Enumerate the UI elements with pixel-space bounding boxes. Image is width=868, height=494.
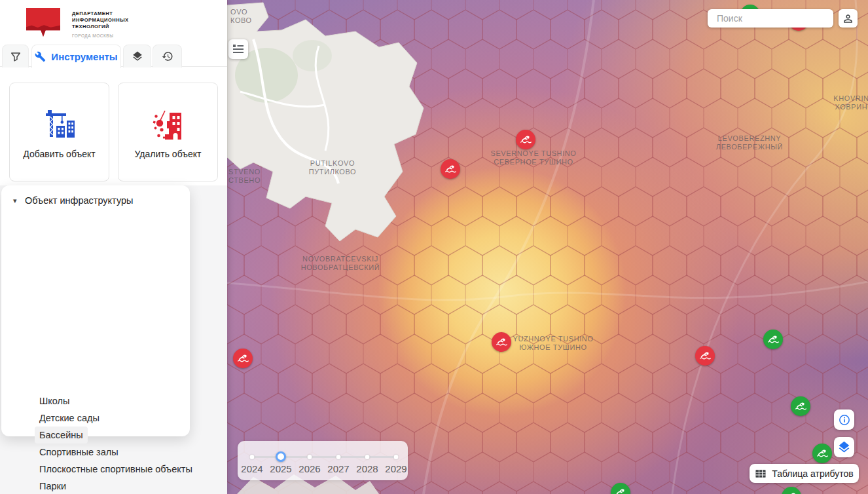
caret-down-icon: ▾: [13, 197, 17, 205]
timeline-year[interactable]: 2024: [238, 463, 266, 474]
tree-root-infrastructure[interactable]: ▾ Объект инфраструктуры: [1, 192, 190, 209]
map-area-label: KHOVRINOХОВРИНО: [833, 94, 868, 111]
pool-marker-green[interactable]: [763, 330, 783, 349]
pool-marker-red[interactable]: [492, 332, 511, 352]
crane-building-icon: [42, 107, 77, 145]
tree-item-schools[interactable]: Школы: [39, 392, 69, 409]
map-area-label: NOVOBRATCEVSKIJНОВОБРАТЦЕВСКИЙ: [301, 255, 380, 272]
swimmer-icon: [786, 491, 798, 494]
timeline-year[interactable]: 2026: [295, 463, 324, 474]
layers-icon: [132, 50, 143, 62]
tab-layers[interactable]: [123, 45, 151, 67]
app-window: OVOКОВО PUTILKOVOПУТИЛКОВО SEVERNOYE TUS…: [0, 0, 868, 494]
left-sidebar: ДЕПАРТАМЕНТ ИНФОРМАЦИОННЫХ ТЕХНОЛОГИЙ ГО…: [0, 0, 227, 494]
tree-item-kindergartens[interactable]: Детские сады: [39, 409, 99, 427]
timeline-dot[interactable]: [365, 455, 370, 459]
user-profile-button[interactable]: [839, 9, 858, 28]
timeline-year[interactable]: 2025: [266, 463, 295, 474]
timeline-dot[interactable]: [336, 455, 341, 459]
pool-marker-green[interactable]: [812, 444, 832, 463]
infrastructure-tree-panel: ▾ Объект инфраструктуры Школы Детские са…: [1, 185, 190, 436]
timeline-year[interactable]: 2027: [324, 463, 353, 474]
info-button[interactable]: [834, 409, 854, 430]
map-area-label: STVENOСТВЕНО: [228, 168, 261, 185]
tree-item-pools[interactable]: Бассейны: [35, 427, 88, 444]
demolition-building-icon: [151, 107, 186, 145]
tree-root-label: Объект инфраструктуры: [25, 195, 134, 206]
tab-tools[interactable]: Инструменты: [31, 45, 121, 68]
swimmer-icon: [795, 400, 807, 413]
map-area-label: PUTILKOVOПУТИЛКОВО: [309, 159, 357, 176]
swimmer-icon: [767, 333, 780, 346]
timeline-handle[interactable]: [276, 451, 286, 462]
attributes-table-label: Таблица атрибутов: [772, 468, 853, 479]
tree-item-flat-sports[interactable]: Плоскостные спортивные объекты: [39, 461, 192, 478]
add-object-button[interactable]: Добавить объект: [9, 83, 109, 181]
swimmer-icon: [816, 447, 829, 460]
remove-object-button[interactable]: Удалить объект: [118, 83, 218, 181]
department-logo: ДЕПАРТАМЕНТ ИНФОРМАЦИОННЫХ ТЕХНОЛОГИЙ ГО…: [26, 8, 129, 38]
map-canvas[interactable]: OVOКОВО PUTILKOVOПУТИЛКОВО SEVERNOYE TUS…: [227, 0, 868, 494]
timeline-dot[interactable]: [250, 455, 255, 459]
timeline-dot[interactable]: [394, 455, 399, 459]
funnel-icon: [10, 50, 22, 62]
timeline-dot[interactable]: [308, 455, 312, 459]
tab-filter[interactable]: [2, 45, 29, 67]
swimmer-icon: [237, 352, 249, 365]
logo-subtitle: ГОРОДА МОСКВЫ: [72, 33, 129, 38]
map-layers-button[interactable]: [834, 437, 854, 457]
map-area-label: SEVERNOYE TUSHINOСЕВЕРНОЕ ТУШИНО: [490, 149, 576, 166]
timeline-track[interactable]: [251, 456, 395, 458]
pool-marker-red[interactable]: [233, 349, 253, 368]
layers-icon: [837, 440, 851, 454]
remove-object-label: Удалить объект: [135, 149, 202, 159]
map-area-label: YUZHNOYE TUSHINOЮЖНОЕ ТУШИНО: [513, 335, 593, 352]
pool-marker-red[interactable]: [441, 159, 460, 179]
add-object-label: Добавить объект: [23, 149, 95, 159]
wrench-icon: [35, 51, 46, 62]
search-input[interactable]: [717, 13, 835, 24]
legend-toggle-button[interactable]: [228, 39, 248, 59]
info-icon: [838, 413, 851, 427]
swimmer-icon: [496, 336, 508, 349]
heatmap-hex-overlay: [227, 0, 868, 494]
tree-item-parks[interactable]: Парки: [39, 478, 66, 494]
attributes-table-button[interactable]: Таблица атрибутов: [750, 464, 859, 483]
swimmer-icon: [520, 134, 532, 146]
tree-item-gyms[interactable]: Спортивные залы: [39, 444, 118, 461]
pool-marker-red[interactable]: [516, 130, 535, 149]
map-area-label: OVOКОВО: [230, 8, 252, 25]
swimmer-icon: [444, 163, 457, 176]
year-timeline-slider[interactable]: 2024 2025 2026 2027 2028 2029: [238, 441, 408, 480]
swimmer-icon: [699, 350, 712, 362]
swimmer-icon: [615, 487, 627, 494]
map-area-label: LEVOBEREZHNYЛЕВОБЕРЕЖНЫЙ: [716, 134, 783, 151]
table-icon: [755, 468, 767, 479]
tab-tools-label: Инструменты: [51, 51, 117, 62]
logo-title: ДЕПАРТАМЕНТ ИНФОРМАЦИОННЫХ ТЕХНОЛОГИЙ: [72, 8, 129, 30]
sidebar-tabbar: Инструменты: [0, 43, 227, 67]
legend-list-icon: [228, 39, 248, 59]
pool-marker-green[interactable]: [791, 396, 810, 416]
timeline-year[interactable]: 2028: [353, 463, 382, 474]
timeline-year[interactable]: 2029: [382, 463, 410, 474]
moscow-dit-logo-icon: [26, 8, 60, 37]
pool-marker-red[interactable]: [695, 346, 715, 366]
history-clock-icon: [162, 50, 173, 62]
search-bar[interactable]: [708, 9, 833, 28]
tab-history[interactable]: [153, 45, 182, 67]
user-icon: [842, 12, 854, 25]
